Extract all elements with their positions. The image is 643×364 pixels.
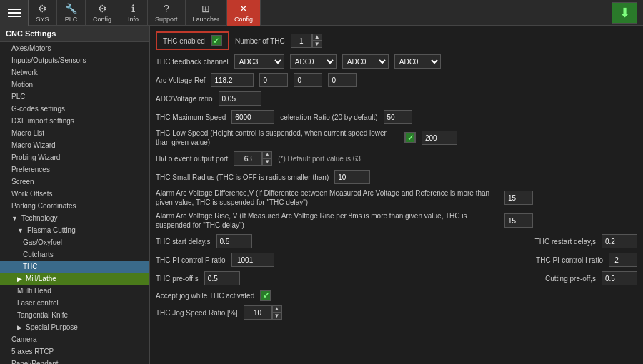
sidebar-item-label: Inputs/Outputs/Sensors (11, 56, 86, 64)
sidebar-item-technology[interactable]: ▼Technology (0, 212, 149, 224)
arc-voltage-row: Arc Voltage Ref (156, 73, 637, 87)
jog-speed-input[interactable] (244, 305, 272, 320)
arc-adc1[interactable] (259, 73, 288, 87)
thc-enabled-row: THC enabled Number of THC ▲ ▼ (156, 31, 637, 50)
celeration-label: celeration Ratio (20 by default) (280, 113, 377, 121)
hilo-note: (*) Default port value is 63 (278, 155, 361, 163)
arc-adc3[interactable] (328, 73, 357, 87)
sidebar-item-multi-head[interactable]: Multi Head (0, 285, 149, 297)
sidebar-item-5axes[interactable]: 5 axes RTCP (0, 345, 149, 358)
sys-icon: ⚙ (38, 3, 47, 14)
low-speed-row: THC Low Speed (Height control is suspend… (156, 128, 637, 147)
jog-speed-spinner[interactable]: ▲ ▼ (244, 305, 282, 320)
sidebar-item-preferences[interactable]: Preferences (0, 163, 149, 176)
low-speed-input[interactable] (422, 131, 457, 145)
sidebar-item-network[interactable]: Network (0, 66, 149, 79)
sidebar-item-work-offsets[interactable]: Work Offsets (0, 188, 149, 200)
thc-enabled-label: THC enabled (163, 37, 205, 45)
feedback-select[interactable]: ADC3ADC0ADC1ADC2 (234, 54, 284, 69)
low-speed-checkbox[interactable] (404, 132, 416, 143)
tab-plc[interactable]: 🔧 PLC (57, 0, 86, 26)
sidebar-item-gas-oxyfuel[interactable]: Gas/Oxyfuel (0, 236, 149, 248)
feedback-label: THC feedback channel (156, 58, 229, 66)
alarm-rise-input[interactable] (504, 213, 533, 228)
download-button[interactable]: ⬇ (612, 2, 637, 24)
tab-support[interactable]: ? Support (148, 0, 186, 26)
adc-ratio-input[interactable] (219, 91, 261, 106)
sidebar-item-probing[interactable]: Probing Wizard (0, 151, 149, 163)
celeration-input[interactable] (384, 110, 412, 124)
sidebar-item-laser-control[interactable]: Laser control (0, 297, 149, 309)
hilo-down[interactable]: ▼ (262, 158, 272, 166)
sidebar-item-label: Cutcharts (23, 251, 54, 258)
sidebar-item-plc[interactable]: PLC (0, 91, 149, 103)
arc-voltage-input[interactable] (211, 73, 254, 87)
hilo-up[interactable]: ▲ (262, 151, 272, 158)
sidebar-item-thc[interactable]: THC (0, 261, 149, 273)
sidebar-item-dxf[interactable]: DXF import settings (0, 115, 149, 127)
sidebar-item-macro-list[interactable]: Macro List (0, 127, 149, 139)
pre-off-label: THC pre-off,s (156, 275, 199, 283)
delays-row: THC start delay,s THC restart delay,s (156, 234, 637, 248)
jog-speed-up[interactable]: ▲ (272, 305, 282, 313)
sidebar-item-parking[interactable]: Parking Coordinates (0, 200, 149, 212)
pi-p-label: THC PI-control P ratio (156, 256, 226, 264)
sidebar-item-gcodes[interactable]: G-codes settings (0, 103, 149, 115)
max-speed-label: THC Maximum Speed (156, 113, 226, 121)
hilo-spinner[interactable]: ▲ ▼ (234, 151, 272, 166)
small-radius-input[interactable] (334, 170, 370, 184)
sidebar-item-camera[interactable]: Camera (0, 333, 149, 345)
sidebar-item-mill-lathe[interactable]: ▶Mill/Lathe (0, 273, 149, 285)
sidebar-item-motion[interactable]: Motion (0, 79, 149, 91)
tab-info[interactable]: ℹ Info (119, 0, 148, 26)
sidebar-item-plasma-cutting[interactable]: ▼Plasma Cutting (0, 224, 149, 236)
sidebar-item-panel-pendant[interactable]: Panel/Pendant (0, 358, 149, 364)
sidebar-item-axes-motors[interactable]: Axes/Motors (0, 42, 149, 54)
num-thc-up[interactable]: ▲ (312, 34, 322, 41)
pre-off-input[interactable] (204, 271, 240, 285)
num-thc-spinner[interactable]: ▲ ▼ (291, 34, 322, 48)
adc-ratio-row: ADC/Voltage ratio (156, 91, 637, 106)
tab-launcher[interactable]: ⊞ Launcher (186, 0, 228, 26)
num-thc-down[interactable]: ▼ (312, 41, 322, 48)
thc-enabled-checkbox[interactable] (211, 35, 222, 46)
tab-sys[interactable]: ⚙ SYS (29, 0, 57, 26)
menu-button[interactable] (0, 0, 29, 26)
tab-launcher-label: Launcher (193, 16, 220, 23)
config-icon: ⚙ (98, 3, 107, 14)
tab-config2[interactable]: ✕ Config (227, 0, 261, 26)
feedback-select2[interactable]: ADC0ADC1ADC2ADC3 (290, 54, 337, 69)
sidebar-item-label: PLC (11, 93, 25, 101)
sidebar-item-label: Macro Wizard (11, 141, 56, 149)
accept-jog-checkbox[interactable] (260, 290, 271, 301)
max-speed-input[interactable] (231, 110, 274, 124)
cutting-pre-off-input[interactable] (602, 271, 637, 285)
sidebar-item-tangential-knife[interactable]: Tangential Knife (0, 309, 149, 321)
start-delay-input[interactable] (216, 234, 252, 248)
sidebar-item-cutcharts[interactable]: Cutcharts (0, 248, 149, 261)
sidebar-item-macro-wizard[interactable]: Macro Wizard (0, 139, 149, 151)
sidebar-item-label: Axes/Motors (11, 44, 51, 52)
restart-delay-input[interactable] (602, 234, 637, 248)
sidebar-item-label: Preferences (11, 166, 50, 173)
arc-adc2[interactable] (294, 73, 322, 87)
feedback-select3[interactable]: ADC0ADC1ADC2ADC3 (342, 54, 389, 69)
num-thc-input[interactable] (291, 34, 312, 48)
hilo-input[interactable] (234, 151, 262, 166)
tab-config[interactable]: ⚙ Config (86, 0, 119, 26)
pi-i-input[interactable] (609, 253, 637, 267)
tab-config2-label: Config (234, 16, 253, 23)
accept-jog-label: Accept jog while THC activated (156, 292, 254, 300)
arrow-down-icon: ▼ (17, 227, 24, 234)
sidebar-item-inputs-outputs[interactable]: Inputs/Outputs/Sensors (0, 54, 149, 66)
pi-p-input[interactable] (231, 253, 274, 267)
sidebar-item-special-purpose[interactable]: ▶Special Purpose (0, 321, 149, 333)
sidebar-item-screen[interactable]: Screen (0, 176, 149, 188)
alarm-arc-input[interactable] (504, 191, 533, 205)
sidebar-item-label: Tangential Knife (17, 311, 68, 319)
feedback-row: THC feedback channel ADC3ADC0ADC1ADC2 AD… (156, 54, 637, 69)
hilo-spinner-btns: ▲ ▼ (262, 151, 272, 166)
jog-speed-down[interactable]: ▼ (272, 313, 282, 320)
feedback-select4[interactable]: ADC0ADC1ADC2ADC3 (394, 54, 441, 69)
sidebar-item-label: Motion (11, 81, 33, 89)
